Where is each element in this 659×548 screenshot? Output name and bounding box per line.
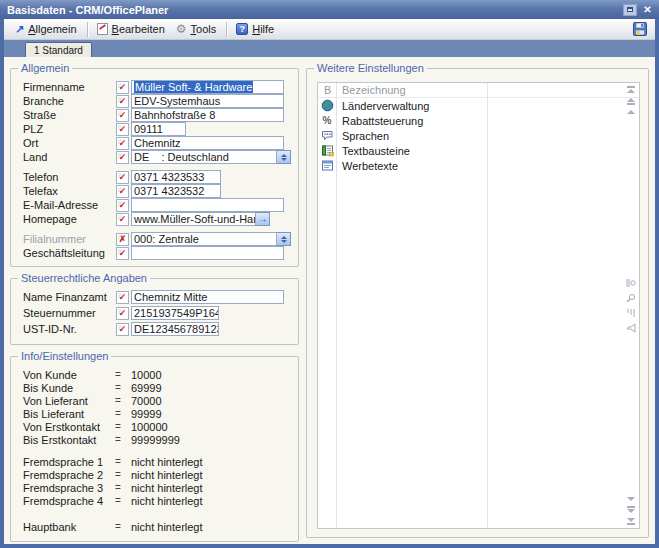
- list-item-laenderverwaltung[interactable]: Länderverwaltung: [318, 98, 639, 113]
- edit-cross-icon[interactable]: ✗: [116, 233, 129, 246]
- column-header-b[interactable]: B: [318, 84, 336, 96]
- menu-hilfe[interactable]: ? Hilfe: [231, 21, 280, 37]
- edit-check-icon[interactable]: ✓: [116, 95, 129, 108]
- column-divider: [487, 83, 488, 528]
- scroll-down-button[interactable]: [627, 497, 635, 501]
- info-row: Bis Erstkontakt = 99999999: [23, 433, 291, 446]
- field-label: Branche: [23, 95, 116, 107]
- menu-separator: [226, 22, 227, 37]
- spinner-up-icon: [281, 154, 287, 157]
- filialnummer-combobox[interactable]: 000: Zentrale: [131, 232, 277, 246]
- info-row: Von Lieferant = 70000: [23, 394, 291, 407]
- list-item-werbetexte[interactable]: Werbetexte: [318, 158, 639, 173]
- menu-tools-label: Tools: [191, 23, 217, 35]
- edit-check-icon[interactable]: ✓: [116, 81, 129, 94]
- tab-standard[interactable]: 1 Standard: [25, 42, 92, 57]
- info-row: Von Kunde = 10000: [23, 368, 291, 381]
- edit-check-icon[interactable]: ✓: [116, 291, 129, 304]
- list-item-textbausteine[interactable]: Textbausteine: [318, 143, 639, 158]
- edit-check-icon[interactable]: ✓: [116, 247, 129, 260]
- field-label: Ort: [23, 137, 116, 149]
- filter-icon[interactable]: [626, 323, 636, 333]
- find-icon[interactable]: [626, 278, 636, 288]
- content: Allgemein Firmenname ✓ Müller Soft- & Ha…: [4, 57, 655, 544]
- menu-tools[interactable]: ⚙ Tools: [171, 21, 222, 37]
- list-item-sprachen[interactable]: Sprachen: [318, 128, 639, 143]
- scroll-up-page-button[interactable]: [627, 98, 635, 105]
- window-body: ↗ Allgemein Bearbeiten ⚙ Tools ? Hilfe: [4, 19, 655, 544]
- filialnummer-spinner-button[interactable]: [277, 232, 291, 246]
- field-finanzamt: Name Finanzamt ✓ Chemnitz Mitte: [23, 290, 291, 304]
- equals-sign: =: [115, 469, 131, 480]
- field-strasse: Straße ✓ Bahnhofstraße 8: [23, 108, 291, 122]
- edit-check-icon[interactable]: ✓: [116, 199, 129, 212]
- field-label: E-Mail-Adresse: [23, 199, 116, 211]
- field-ustid: UST-ID-Nr. ✓ DE123456789123: [23, 322, 291, 336]
- scroll-down-page-button[interactable]: [627, 506, 635, 513]
- edit-check-icon[interactable]: ✓: [116, 137, 129, 150]
- field-ort: Ort ✓ Chemnitz: [23, 136, 291, 150]
- field-label: Telefon: [23, 171, 116, 183]
- menu-bearbeiten[interactable]: Bearbeiten: [92, 21, 171, 37]
- selected-text: Müller Soft- & Hardware: [134, 81, 253, 93]
- group-info-title: Info/Einstellungen: [18, 350, 111, 363]
- edit-check-icon[interactable]: ✓: [116, 185, 129, 198]
- equals-sign: =: [115, 434, 131, 445]
- rail-top-cluster: [627, 86, 635, 114]
- ustid-input[interactable]: DE123456789123: [131, 322, 219, 336]
- edit-check-icon[interactable]: ✓: [116, 123, 129, 136]
- percent-icon: %: [323, 115, 332, 126]
- field-label: Telefax: [23, 185, 116, 197]
- branche-input[interactable]: EDV-Systemhaus: [131, 94, 284, 108]
- edit-check-icon[interactable]: ✓: [116, 213, 129, 226]
- edit-check-icon[interactable]: ✓: [116, 307, 129, 320]
- telefon-input[interactable]: 0371 4323533: [131, 170, 221, 184]
- info-row: Fremdsprache 4 = nicht hinterlegt: [23, 494, 291, 507]
- close-button[interactable]: ✕: [641, 3, 654, 16]
- field-email: E-Mail-Adresse ✓: [23, 198, 291, 212]
- save-floppy-icon: [632, 21, 648, 37]
- homepage-input[interactable]: www.Müller-Soft-und-Hardware.de: [131, 212, 256, 226]
- info-row: Bis Kunde = 69999: [23, 381, 291, 394]
- edit-check-icon[interactable]: ✓: [116, 171, 129, 184]
- menu-allgemein[interactable]: ↗ Allgemein: [10, 21, 83, 37]
- finanzamt-input[interactable]: Chemnitz Mitte: [131, 290, 284, 304]
- field-firmenname: Firmenname ✓ Müller Soft- & Hardware: [23, 80, 291, 94]
- save-button[interactable]: [630, 20, 650, 38]
- group-info: Info/Einstellungen Von Kunde = 10000 Bis…: [10, 356, 299, 542]
- email-input[interactable]: [131, 198, 284, 212]
- column-header-bezeichnung[interactable]: Bezeichnung: [336, 84, 487, 96]
- edit-check-icon[interactable]: ✓: [116, 323, 129, 336]
- equals-sign: =: [115, 421, 131, 432]
- info-row: Fremdsprache 1 = nicht hinterlegt: [23, 455, 291, 468]
- scroll-up-button[interactable]: [627, 110, 635, 114]
- ort-input[interactable]: Chemnitz: [131, 136, 284, 150]
- group-steuer: Steuerrechtliche Angaben Name Finanzamt …: [10, 278, 299, 345]
- menu-bearbeiten-label: Bearbeiten: [112, 23, 165, 35]
- app-window: Basisdaten - CRM/OfficePlaner ✕ ↗ Allgem…: [0, 0, 659, 548]
- geschaeftsleitung-input[interactable]: [131, 246, 284, 260]
- left-column: Allgemein Firmenname ✓ Müller Soft- & Ha…: [10, 63, 299, 544]
- field-filialnummer: Filialnummer ✗ 000: Zentrale: [23, 232, 291, 246]
- telefax-input[interactable]: 0371 4323532: [131, 184, 221, 198]
- field-label: Steuernummer: [23, 307, 116, 319]
- search-icon[interactable]: [626, 293, 636, 303]
- homepage-go-button[interactable]: →: [256, 212, 270, 226]
- edit-page-icon: [97, 23, 108, 35]
- field-geschaeftsleitung: Geschäftsleitung ✓: [23, 246, 291, 260]
- field-steuernummer: Steuernummer ✓ 2151937549P1644: [23, 306, 291, 320]
- plz-input[interactable]: 09111: [131, 122, 186, 136]
- strasse-input[interactable]: Bahnhofstraße 8: [131, 108, 284, 122]
- restore-button[interactable]: [623, 4, 637, 16]
- steuernummer-input[interactable]: 2151937549P1644: [131, 306, 219, 320]
- scroll-to-top-button[interactable]: [627, 86, 635, 93]
- edit-check-icon[interactable]: ✓: [116, 109, 129, 122]
- land-spinner-button[interactable]: [277, 150, 291, 164]
- scroll-to-bottom-button[interactable]: [627, 518, 635, 525]
- firmenname-input[interactable]: Müller Soft- & Hardware: [131, 80, 284, 94]
- sort-icon[interactable]: [626, 308, 636, 318]
- menu-hilfe-label: Hilfe: [252, 23, 274, 35]
- list-item-rabattsteuerung[interactable]: % Rabattsteuerung: [318, 113, 639, 128]
- edit-check-icon[interactable]: ✓: [116, 151, 129, 164]
- land-combobox[interactable]: DE : Deutschland: [131, 150, 277, 164]
